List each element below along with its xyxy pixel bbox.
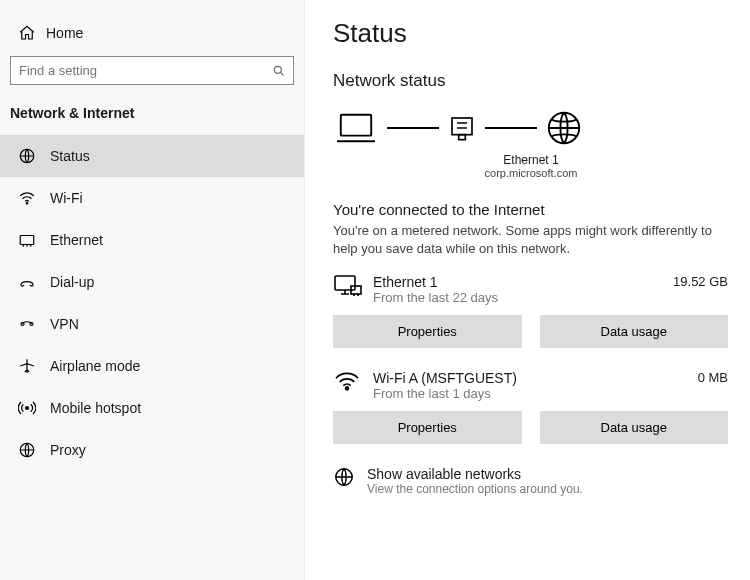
sidebar-item-airplane-mode[interactable]: Airplane mode xyxy=(0,345,304,387)
connection-row: Ethernet 1From the last 22 days19.52 GB xyxy=(333,274,728,305)
properties-button[interactable]: Properties xyxy=(333,411,522,444)
home-label: Home xyxy=(46,25,83,41)
search-input[interactable] xyxy=(10,56,294,85)
svg-rect-8 xyxy=(341,115,371,136)
svg-rect-9 xyxy=(452,118,472,135)
connection-block: Wi-Fi A (MSFTGUEST)From the last 1 days0… xyxy=(333,370,728,444)
home-icon xyxy=(18,24,36,42)
connection-subtext: From the last 1 days xyxy=(373,386,688,401)
sidebar-item-label: Dial-up xyxy=(50,274,94,290)
globe-small-icon xyxy=(333,466,355,488)
sidebar-item-dial-up[interactable]: Dial-up xyxy=(0,261,304,303)
svg-rect-10 xyxy=(459,135,466,140)
data-usage-button[interactable]: Data usage xyxy=(540,315,729,348)
sidebar-item-label: Status xyxy=(50,148,90,164)
ethernet-icon xyxy=(18,231,36,249)
diagram-line xyxy=(485,127,537,129)
nav-list: StatusWi-FiEthernetDial-upVPNAirplane mo… xyxy=(0,135,304,471)
connection-block: Ethernet 1From the last 22 days19.52 GBP… xyxy=(333,274,728,348)
page-title: Status xyxy=(333,18,728,49)
main-content: Status Network status Ethernet 1 corp.mi… xyxy=(305,0,750,580)
wifi-icon xyxy=(18,189,36,207)
svg-rect-3 xyxy=(20,236,34,245)
page-subtitle: Network status xyxy=(333,71,728,91)
svg-rect-12 xyxy=(335,276,355,290)
router-icon xyxy=(447,113,477,143)
sidebar-item-label: Proxy xyxy=(50,442,86,458)
sidebar-item-label: VPN xyxy=(50,316,79,332)
sidebar-item-label: Mobile hotspot xyxy=(50,400,141,416)
svg-point-2 xyxy=(26,203,28,205)
svg-point-6 xyxy=(26,407,29,410)
properties-button[interactable]: Properties xyxy=(333,315,522,348)
wifi-signal-icon xyxy=(333,370,363,394)
network-diagram xyxy=(333,109,728,147)
status-heading: You're connected to the Internet xyxy=(333,201,728,218)
connection-name: Ethernet 1 xyxy=(373,274,663,290)
sidebar-item-wi-fi[interactable]: Wi-Fi xyxy=(0,177,304,219)
home-nav[interactable]: Home xyxy=(0,18,304,56)
section-header: Network & Internet xyxy=(0,99,304,135)
search-icon xyxy=(272,64,286,78)
data-usage-button[interactable]: Data usage xyxy=(540,411,729,444)
sidebar-item-proxy[interactable]: Proxy xyxy=(0,429,304,471)
diagram-labels: Ethernet 1 corp.microsoft.com xyxy=(391,153,671,179)
diagram-connection-name: Ethernet 1 xyxy=(391,153,671,167)
vpn-icon xyxy=(18,315,36,333)
status-description: You're on a metered network. Some apps m… xyxy=(333,222,728,258)
show-networks-subtitle: View the connection options around you. xyxy=(367,482,583,496)
status-icon xyxy=(18,147,36,165)
laptop-icon xyxy=(333,109,379,147)
connection-usage: 0 MB xyxy=(688,370,728,385)
sidebar-item-label: Ethernet xyxy=(50,232,103,248)
search-field-wrap xyxy=(10,56,294,85)
sidebar-item-mobile-hotspot[interactable]: Mobile hotspot xyxy=(0,387,304,429)
hotspot-icon xyxy=(18,399,36,417)
show-available-networks[interactable]: Show available networks View the connect… xyxy=(333,466,728,496)
sidebar-item-status[interactable]: Status xyxy=(0,135,304,177)
ethernet-monitor-icon xyxy=(333,274,363,298)
show-networks-title: Show available networks xyxy=(367,466,583,482)
connection-name: Wi-Fi A (MSFTGUEST) xyxy=(373,370,688,386)
globe-icon xyxy=(545,109,583,147)
dialup-icon xyxy=(18,273,36,291)
sidebar-item-label: Airplane mode xyxy=(50,358,140,374)
proxy-icon xyxy=(18,441,36,459)
sidebar: Home Network & Internet StatusWi-FiEther… xyxy=(0,0,305,580)
svg-point-14 xyxy=(346,387,349,390)
sidebar-item-label: Wi-Fi xyxy=(50,190,83,206)
connection-row: Wi-Fi A (MSFTGUEST)From the last 1 days0… xyxy=(333,370,728,401)
airplane-icon xyxy=(18,357,36,375)
svg-point-0 xyxy=(274,66,281,73)
connection-usage: 19.52 GB xyxy=(663,274,728,289)
diagram-line xyxy=(387,127,439,129)
connection-subtext: From the last 22 days xyxy=(373,290,663,305)
sidebar-item-ethernet[interactable]: Ethernet xyxy=(0,219,304,261)
diagram-connection-domain: corp.microsoft.com xyxy=(391,167,671,179)
sidebar-item-vpn[interactable]: VPN xyxy=(0,303,304,345)
